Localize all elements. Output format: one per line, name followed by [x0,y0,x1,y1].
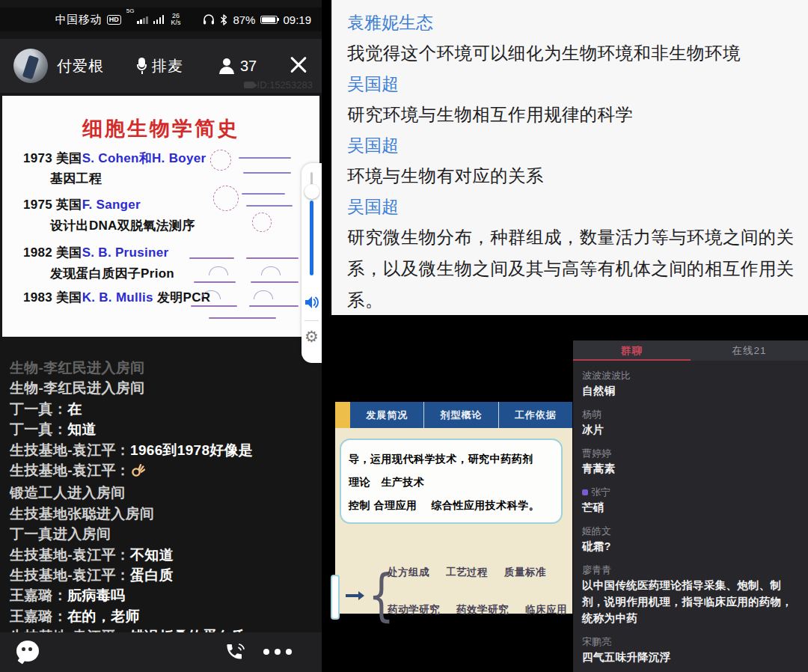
viewer-count: 37 [240,58,257,75]
timeline-entry: 1982 美国S. B. Prusiner [23,244,168,261]
discussion-sender[interactable]: 吴国超 [347,69,796,99]
group-chat-sender: 张宁 [582,485,799,499]
slide-tab[interactable]: 剂型概论 [424,402,498,428]
group-chat-text: 冰片 [582,421,799,438]
tab-group-chat[interactable]: 群聊 [573,340,691,361]
discussion-sender[interactable]: 袁雅妮生态 [347,7,796,37]
signal-bars-icon-2 [153,15,165,24]
flow-item: 临床应用 [525,603,567,617]
slide-tab[interactable]: 工作依据 [499,402,572,428]
camera-icon [244,82,254,88]
timeline-segment: 1982 美国 [23,245,82,260]
chat-message: 丁一真：知道 [10,419,316,439]
battery-icon [260,16,278,24]
discussion-text: 我觉得这个环境可以细化为生物环境和非生物环境 [347,37,796,69]
volume-fill [310,201,313,275]
gear-icon[interactable]: ⚙ [304,328,319,346]
tab-online-list[interactable]: 在线21 [691,340,808,361]
volume-slider-knob[interactable] [304,184,319,199]
group-chat-message: 波波波波比自然铜 [582,368,799,399]
more-options-icon[interactable] [263,649,292,655]
discussion-sender[interactable]: 吴国超 [347,192,796,222]
member-badge-icon [582,489,588,495]
timeline-segment: 1973 美国 [23,151,82,165]
speaker-icon[interactable] [304,295,321,310]
chat-message: 丁一真：在 [10,399,316,419]
group-chat-list[interactable]: 波波波波比自然铜杨萌冰片曹婷婷青蒿素张宁芒硝姬皓文砒霜?廖青青以中国传统医药理论… [573,361,808,672]
bluetooth-icon [220,14,227,25]
definition-line: 导，运用现代科学技术，研究中药药剂 [349,448,555,471]
slide-tab[interactable]: 发展简况 [350,402,424,428]
discussion-sender[interactable]: 吴国超 [347,130,796,160]
clock: 09:19 [283,13,311,26]
timeline-entry: 1983 美国K. B. Mullis 发明PCR [23,289,210,306]
chat-message: 王嘉璐：在的，老师 [10,606,316,626]
teacher-name: 付爱根 [57,56,104,76]
chat-sender: 生技基地-袁江平： [10,442,130,458]
bottom-toolbar [0,632,322,672]
hd-icon: HD [107,15,121,25]
chat-message: 生技基地-袁江平：1966到1978好像是 [10,440,316,460]
discussion-panel[interactable]: 袁雅妮生态我觉得这个环境可以细化为生物环境和非生物环境吴国超研究环境与生物相互作… [331,0,808,315]
group-chat-panel: 群聊 在线21 波波波波比自然铜杨萌冰片曹婷婷青蒿素张宁芒硝姬皓文砒霜?廖青青以… [573,340,808,672]
definition-segment: 生产技术 [382,476,425,488]
join-notice: 生技基地张聪进入房间 [10,504,316,524]
definition-line: 理论 生产技术 [349,471,555,494]
definition-segment: 导 [349,453,360,465]
timeline-segment: S. B. Prusiner [82,245,169,260]
pharmacy-lecture-slide: 发展简况剂型概论工作依据 导，运用现代科学技术，研究中药药剂理论 生产技术控制 … [335,402,572,614]
definition-segment: 理论 [349,476,370,488]
call-icon[interactable] [223,640,248,664]
slide-body: 导，运用现代科学技术，研究中药药剂理论 生产技术控制 合理应用 综合性应用技术科… [335,428,572,614]
chat-text: 蛋白质 [130,567,174,583]
active-tab-underline [573,359,691,361]
chat-sender: 丁一真： [10,401,67,417]
timeline-segment: 1975 英国 [23,198,82,212]
group-chat-text: 以中国传统医药理论指导采集、炮制、制剂，说明作用机理，指导临床应用的药物，统称为… [582,577,799,626]
screen: 中国移动 HD 5G 26K/s 87% 09:19 付爱根 排麦 [0,0,808,672]
discussion-text: 研究微生物分布，种群组成，数量活力等与环境之间的关系，以及微生物之间及其与高等有… [347,222,796,315]
discussion-text: 研究环境与生物相互作用规律的科学 [347,99,796,130]
flow-item: 药动学研究 [388,603,440,617]
group-chat-sender: 杨萌 [582,407,799,421]
chat-message: 生技基地-袁江平：不知道 [10,545,316,565]
carrier-label: 中国移动 [55,13,102,27]
chat-message: 生技基地-袁江平： [10,460,316,483]
status-bar: 中国移动 HD 5G 26K/s 87% 09:19 [0,7,322,31]
group-chat-message: 廖青青以中国传统医药理论指导采集、炮制、制剂，说明作用机理，指导临床应用的药物，… [582,563,799,626]
viewer-count-button[interactable]: 37 [219,58,257,75]
group-chat-message: 宋鹏亮四气五味升降沉浮 [582,635,799,665]
flow-item: 药效学研究 [456,603,509,617]
teacher-avatar[interactable] [13,49,48,83]
flow-item: 工艺过程 [446,566,488,579]
signal-bars-icon-1 [137,15,148,24]
timeline-entry-detail: 基因工程 [50,170,102,187]
group-chat-sender: 姬皓文 [582,524,799,538]
group-chat-text: 芒硝 [582,499,799,516]
stream-id-watermark: ID:15253283 [244,79,313,91]
group-chat-text: 青蒿素 [582,460,799,477]
definition-segment: 控制 [349,499,370,511]
group-chat-sender: 波波波波比 [582,368,799,382]
network-type-label: 5G [126,7,135,14]
definition-segment: 技术科学。 [486,499,540,511]
chat-sender: 生技基地-袁江平： [10,567,130,583]
room-chat-list[interactable]: 生物-李红民进入房间生物-李红民进入房间丁一真：在丁一真：知道生技基地-袁江平：… [10,358,316,647]
chat-bubble-icon[interactable] [16,641,39,662]
timeline-segment: K. B. Mullis [82,290,153,305]
queue-mic-button[interactable]: 排麦 [137,56,183,76]
group-chat-sender: 曹婷婷 [582,446,799,460]
chat-text: 在的，老师 [67,608,140,624]
timeline-segment: 1983 美国 [23,290,82,305]
timeline-entry-detail: 发现蛋白质因子Prion [50,265,174,282]
join-notice: 生物-李红民进入房间 [10,358,316,378]
chat-sender: 王嘉璐： [10,587,67,603]
discussion-text: 环境与生物有对应的关系 [347,160,796,192]
group-chat-text: 四气五味升降沉浮 [582,649,799,665]
timeline-segment: F. Sanger [82,198,141,212]
close-button[interactable] [289,55,308,75]
slide-title: 细胞生物学简史 [2,115,319,142]
definition-segment: ，运用现代科学技术，研究中药药剂 [360,453,533,465]
chat-tab-bar: 群聊 在线21 [573,340,808,361]
definition-line: 控制 合理应用 综合性应用技术科学。 [349,494,555,517]
